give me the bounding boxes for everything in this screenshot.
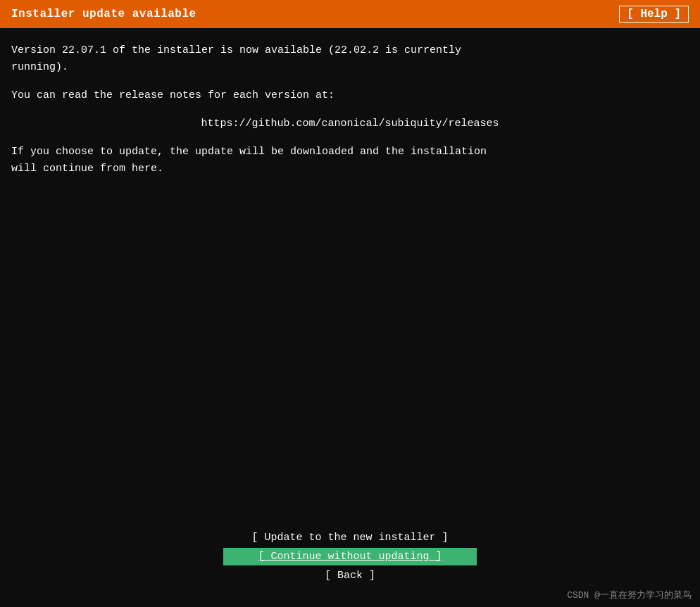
continue-button[interactable]: [ Continue without updating ]	[223, 548, 477, 565]
title-text: Installer update available	[11, 8, 196, 20]
main-content: Version 22.07.1 of the installer is now …	[0, 28, 700, 293]
spacer	[0, 293, 700, 530]
back-button[interactable]: [ Back ]	[223, 567, 477, 584]
version-line: Version 22.07.1 of the installer is now …	[11, 42, 689, 76]
screen: Installer update available [ Help ] Vers…	[0, 0, 700, 607]
update-button[interactable]: [ Update to the new installer ]	[223, 529, 477, 546]
title-bar: Installer update available [ Help ]	[0, 0, 700, 28]
release-notes-intro: You can read the release notes for each …	[11, 87, 689, 104]
help-button[interactable]: [ Help ]	[619, 6, 689, 23]
watermark: CSDN @一直在努力学习的菜鸟	[567, 589, 692, 601]
release-url: https://github.com/canonical/subiquity/r…	[11, 115, 689, 132]
update-description: If you choose to update, the update will…	[11, 144, 689, 177]
